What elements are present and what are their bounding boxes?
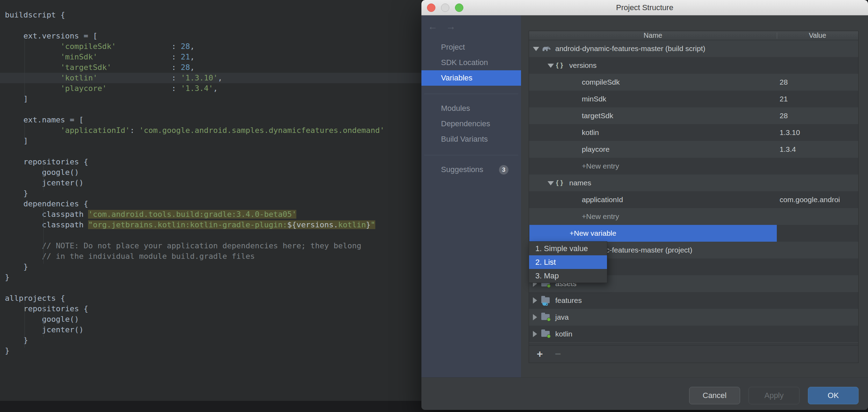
- row-name: minSdk: [582, 91, 606, 107]
- row-value[interactable]: 1.3.10: [780, 124, 859, 141]
- code-segment: }: [5, 273, 9, 282]
- code-editor[interactable]: buildscript { ext.versions = [ 'compileS…: [0, 0, 421, 401]
- row-value[interactable]: 28: [780, 74, 859, 91]
- forward-arrow-icon[interactable]: →: [446, 21, 456, 32]
- sidebar-item-suggestions[interactable]: Suggestions3: [421, 162, 521, 177]
- dialog-sidebar: ← → ProjectSDK LocationVariablesModulesD…: [421, 15, 521, 377]
- sidebar-item-sdk-location[interactable]: SDK Location: [421, 55, 521, 70]
- code-segment: [5, 252, 42, 261]
- code-segment: ext.versions = [: [5, 31, 97, 40]
- table-row-android-dynamic-features-master-build-script-[interactable]: android-dynamic-features-master (build s…: [529, 40, 858, 57]
- row-name: kotlin: [555, 326, 572, 342]
- row-name: targetSdk: [582, 107, 613, 124]
- dialog-titlebar[interactable]: Project Structure: [421, 0, 868, 15]
- source-root-badge-icon: [547, 284, 551, 288]
- braces-map-icon: { }: [556, 57, 563, 74]
- row-value[interactable]: 28: [780, 107, 859, 124]
- folder-icon: [541, 331, 550, 337]
- project-structure-dialog: Project Structure ← → ProjectSDK Locatio…: [421, 0, 868, 410]
- table-row-kotlin[interactable]: kotlin1.3.10: [529, 124, 858, 141]
- code-segment: 21: [181, 52, 190, 61]
- navigation-arrows: ← →: [421, 20, 521, 34]
- chevron-collapsed-icon[interactable]: [533, 297, 537, 304]
- code-segment: dependencies {: [5, 199, 88, 208]
- editor-line: ]: [0, 94, 421, 104]
- editor-line: 'minSdk' : 21,: [0, 52, 421, 62]
- table-row-minsdk[interactable]: minSdk21: [529, 91, 858, 107]
- code-segment: ,: [218, 73, 222, 82]
- indent-guide: [43, 165, 44, 190]
- table-header[interactable]: NameValue: [529, 31, 858, 40]
- table-row-java[interactable]: java: [529, 309, 858, 326]
- sidebar-item-variables[interactable]: Variables: [421, 70, 521, 86]
- chevron-expanded-icon[interactable]: [533, 47, 539, 51]
- popup-item-1-simple-value[interactable]: 1. Simple value: [529, 242, 607, 255]
- table-row-playcore[interactable]: playcore1.3.4: [529, 141, 858, 158]
- cancel-button[interactable]: Cancel: [689, 387, 740, 404]
- sidebar-items: ProjectSDK LocationVariablesModulesDepen…: [421, 40, 521, 177]
- code-segment: "org.jetbrains.kotlin:kotlin-gradle-plug…: [88, 220, 287, 229]
- code-segment: [5, 52, 60, 61]
- chevron-expanded-icon[interactable]: [548, 181, 554, 185]
- sidebar-item-dependencies[interactable]: Dependencies: [421, 116, 521, 132]
- table-row-names[interactable]: { }names: [529, 175, 858, 191]
- row-value[interactable]: 21: [780, 91, 859, 107]
- table-row--new-variable[interactable]: +New variable: [529, 225, 858, 242]
- editor-line: [0, 146, 421, 157]
- column-header-name[interactable]: Name: [529, 31, 777, 40]
- editor-line: }: [0, 346, 421, 356]
- column-divider[interactable]: [777, 33, 777, 39]
- editor-line: 'playcore' : '1.3.4',: [0, 83, 421, 94]
- table-row-compilesdk[interactable]: compileSdk28: [529, 74, 858, 91]
- source-root-badge-icon: [547, 334, 551, 338]
- table-row-versions[interactable]: { }versions: [529, 57, 858, 74]
- sidebar-item-project[interactable]: Project: [421, 40, 521, 55]
- code-segment: google(): [5, 315, 79, 324]
- code-segment: :: [116, 42, 181, 51]
- table-toolbar: + −: [529, 345, 858, 363]
- column-header-value[interactable]: Value: [777, 31, 858, 40]
- code-segment: google(): [5, 168, 79, 177]
- code-segment: }: [5, 262, 28, 271]
- row-value[interactable]: 1.3.4: [780, 141, 859, 158]
- apply-button[interactable]: Apply: [748, 387, 800, 404]
- editor-line: // NOTE: Do not place your application d…: [0, 241, 421, 251]
- ok-button[interactable]: OK: [808, 387, 859, 404]
- table-row-applicationid[interactable]: applicationIdcom.google.androi: [529, 191, 858, 208]
- table-row--new-entry[interactable]: +New entry: [529, 208, 858, 225]
- back-arrow-icon[interactable]: ←: [428, 21, 437, 32]
- editor-code: buildscript { ext.versions = [ 'compileS…: [0, 10, 421, 356]
- popup-item-2-list[interactable]: 2. List: [529, 255, 607, 269]
- chevron-expanded-icon[interactable]: [548, 64, 554, 68]
- row-name: names: [569, 175, 591, 191]
- sidebar-separator: [424, 155, 518, 155]
- folder-icon: [541, 314, 550, 320]
- braces-map-icon: { }: [556, 175, 563, 191]
- editor-line: // in the individual module build.gradle…: [0, 251, 421, 262]
- code-segment: [5, 42, 60, 51]
- row-value[interactable]: com.google.androi: [780, 191, 859, 208]
- chevron-collapsed-icon[interactable]: [533, 331, 537, 337]
- sidebar-item-build-variants[interactable]: Build Variants: [421, 132, 521, 147]
- variables-table: NameValue android-dynamic-features-maste…: [529, 31, 859, 363]
- sidebar-item-label: Build Variants: [441, 135, 488, 143]
- table-row-targetsdk[interactable]: targetSdk28: [529, 107, 858, 124]
- code-segment: // NOTE: Do not place your application d…: [42, 241, 361, 250]
- editor-line: 'compileSdk' : 28,: [0, 41, 421, 52]
- editor-line: buildscript {: [0, 10, 421, 20]
- add-variable-button[interactable]: +: [537, 346, 543, 363]
- sidebar-item-modules[interactable]: Modules: [421, 101, 521, 116]
- screen: buildscript { ext.versions = [ 'compileS…: [0, 0, 868, 412]
- row-name: compileSdk: [582, 74, 620, 91]
- editor-line: }: [0, 262, 421, 272]
- table-row-features[interactable]: features: [529, 292, 858, 309]
- editor-line: classpath "org.jetbrains.kotlin:kotlin-g…: [0, 220, 421, 230]
- popup-item-3-map[interactable]: 3. Map: [529, 269, 607, 283]
- code-segment: '1.3.10': [181, 73, 218, 82]
- table-row-kotlin[interactable]: kotlin: [529, 326, 858, 342]
- chevron-collapsed-icon[interactable]: [533, 314, 537, 320]
- sidebar-item-label: Modules: [441, 104, 470, 113]
- source-root-badge-icon: [547, 318, 551, 321]
- remove-variable-button[interactable]: −: [555, 346, 561, 363]
- table-row--new-entry[interactable]: +New entry: [529, 158, 858, 175]
